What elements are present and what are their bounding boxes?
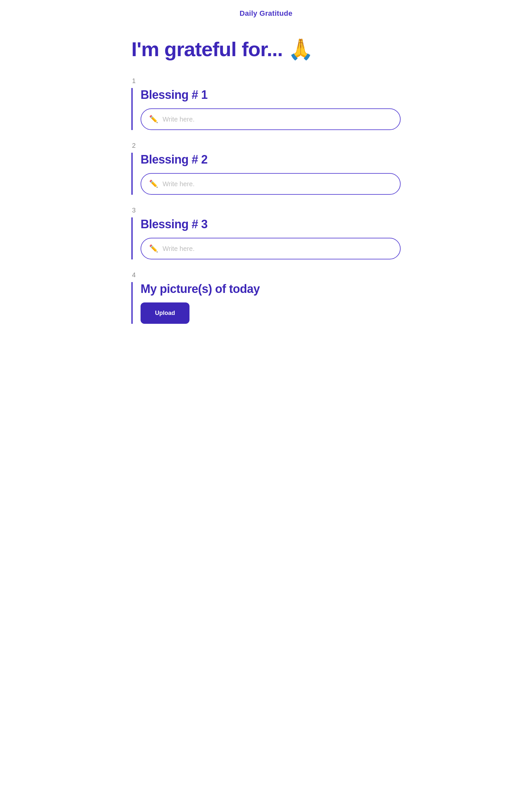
section-number-3: 3 — [132, 207, 401, 214]
section-1: 1 Blessing # 1 ✏️ — [131, 77, 401, 130]
blessing-title-3: Blessing # 3 — [140, 217, 401, 231]
app-title: Daily Gratitude — [131, 0, 401, 24]
section-3: 3 Blessing # 3 ✏️ — [131, 207, 401, 260]
picture-title: My picture(s) of today — [140, 282, 401, 296]
section-number-4: 4 — [132, 271, 401, 279]
blessing-block-2: Blessing # 2 ✏️ — [131, 153, 401, 195]
blessing-block-3: Blessing # 3 ✏️ — [131, 217, 401, 260]
pencil-icon-1: ✏️ — [149, 115, 158, 124]
blessing-input-2[interactable] — [163, 180, 392, 188]
section-2: 2 Blessing # 2 ✏️ — [131, 142, 401, 195]
section-number-1: 1 — [132, 77, 401, 85]
blessing-input-1[interactable] — [163, 116, 392, 123]
picture-block: My picture(s) of today Upload — [131, 282, 401, 324]
blessing-input-3[interactable] — [163, 245, 392, 252]
main-heading: I'm grateful for... 🙏 — [131, 37, 401, 61]
upload-button[interactable]: Upload — [140, 302, 189, 324]
input-wrapper-3: ✏️ — [140, 238, 401, 260]
input-wrapper-2: ✏️ — [140, 173, 401, 195]
blessing-title-1: Blessing # 1 — [140, 88, 401, 102]
section-4: 4 My picture(s) of today Upload — [131, 271, 401, 324]
pencil-icon-3: ✏️ — [149, 244, 158, 253]
blessing-title-2: Blessing # 2 — [140, 153, 401, 167]
input-wrapper-1: ✏️ — [140, 108, 401, 130]
blessings-container: 1 Blessing # 1 ✏️ 2 Blessing # 2 ✏️ 3 Bl… — [131, 77, 401, 324]
section-number-2: 2 — [132, 142, 401, 149]
pencil-icon-2: ✏️ — [149, 179, 158, 188]
blessing-block-1: Blessing # 1 ✏️ — [131, 88, 401, 130]
